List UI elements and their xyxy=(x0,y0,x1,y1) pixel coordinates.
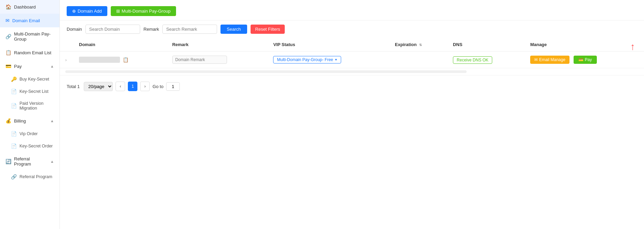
search-label: Search xyxy=(227,27,241,32)
sidebar-item-referral-program[interactable]: 🔗 Referral Program xyxy=(0,171,59,183)
link-icon: 🔗 xyxy=(11,174,17,180)
remark-input[interactable] xyxy=(172,56,227,64)
chevron-up-icon: ▲ xyxy=(50,119,54,123)
pagination-bar: Total 1 20/page 10/page 50/page ‹ 1 › Go… xyxy=(60,75,644,97)
sidebar-group-pay-label: Pay xyxy=(14,64,22,69)
link-icon: 🔗 xyxy=(5,34,11,39)
list-icon: 📋 xyxy=(5,50,11,55)
pay-icon: 💳 xyxy=(578,57,583,62)
multi-icon: ⊞ xyxy=(116,9,120,14)
sidebar-item-label: Referral Program xyxy=(19,174,52,179)
sidebar-item-vip-order[interactable]: 📄 Vip Order xyxy=(0,128,59,140)
horizontal-scrollbar[interactable] xyxy=(65,70,467,73)
col-domain: Domain xyxy=(73,38,167,52)
next-page-button[interactable]: › xyxy=(140,82,150,91)
email-manage-button[interactable]: ✉ Email Manage xyxy=(530,56,569,64)
sidebar-item-label: Dashboard xyxy=(14,4,36,10)
chevron-up-icon: ▲ xyxy=(50,159,54,163)
doc-icon: 📄 xyxy=(11,103,17,109)
doc-icon: 📄 xyxy=(11,143,17,149)
sidebar-item-paid-version-migration[interactable]: 📄 Paid Version Migration xyxy=(0,98,59,114)
email-icon: ✉ xyxy=(534,57,538,62)
domain-add-label: Domain Add xyxy=(78,9,102,14)
email-icon: ✉ xyxy=(5,18,10,23)
referral-icon: 🔄 xyxy=(5,159,11,164)
main-content: ⊕ Domain Add ⊞ Multi-Domain Pay-Group Do… xyxy=(60,0,644,229)
pay-button[interactable]: 💳 Pay xyxy=(574,56,597,64)
domain-value xyxy=(79,57,120,63)
dropdown-icon: ▼ xyxy=(335,58,338,61)
col-manage: Manage xyxy=(525,38,644,52)
table-container: Domain Remark VIP Status Expiration ⇅ xyxy=(60,38,644,68)
pay-icon: 💳 xyxy=(5,63,11,69)
table-row: › 📋 Multi-Do xyxy=(60,52,644,68)
sidebar-item-buy-key-secret[interactable]: 🔑 Buy Key-Secret xyxy=(0,73,59,85)
cell-vip-status: Multi-Domain Pay-Group- Free ▼ xyxy=(268,52,389,68)
pagination-total: Total 1 xyxy=(67,84,80,89)
col-dns: DNS xyxy=(447,38,525,52)
sidebar-item-label: Key-Secret List xyxy=(19,89,49,94)
cell-dns: Receive DNS OK xyxy=(447,52,525,68)
sidebar-item-domain-email[interactable]: ✉ Domain Email xyxy=(0,14,59,27)
reset-label: Reset Filters xyxy=(255,27,280,32)
expand-icon[interactable]: › xyxy=(65,58,67,62)
cell-domain: 📋 xyxy=(73,52,167,68)
multi-domain-button[interactable]: ⊞ Multi-Domain Pay-Group xyxy=(111,6,176,16)
toolbar: ⊕ Domain Add ⊞ Multi-Domain Pay-Group xyxy=(60,0,644,20)
col-vip-status: VIP Status xyxy=(268,38,389,52)
reset-filters-button[interactable]: Reset Filters xyxy=(251,25,285,34)
sidebar: 🏠 Dashboard ✉ Domain Email 🔗 Multi-Domai… xyxy=(0,0,60,229)
filter-bar: Domain Remark Search Reset Filters xyxy=(60,20,644,38)
sidebar-item-label: Vip Order xyxy=(19,131,38,136)
page-size-select[interactable]: 20/page 10/page 50/page xyxy=(84,82,113,91)
copy-icon[interactable]: 📋 xyxy=(123,57,129,62)
sidebar-item-multi-domain-pay-group[interactable]: 🔗 Multi-Domain Pay-Group xyxy=(0,27,59,46)
sidebar-item-key-secret-order[interactable]: 📄 Key-Secret Order xyxy=(0,140,59,152)
prev-page-button[interactable]: ‹ xyxy=(116,82,125,91)
sidebar-item-label: Domain Email xyxy=(12,18,40,23)
sidebar-group-referral-label: Referral Program xyxy=(14,156,48,167)
sidebar-group-billing-label: Billing xyxy=(14,118,26,124)
cell-remark xyxy=(167,52,268,68)
page-1-button[interactable]: 1 xyxy=(128,82,137,91)
domain-add-button[interactable]: ⊕ Domain Add xyxy=(67,6,107,16)
sidebar-group-pay[interactable]: 💳 Pay ▲ xyxy=(0,59,59,73)
sort-icon: ⇅ xyxy=(419,43,422,47)
sidebar-item-key-secret-list[interactable]: 📄 Key-Secret List xyxy=(0,85,59,98)
chevron-up-icon: ▲ xyxy=(50,64,54,68)
col-expiration: Expiration ⇅ xyxy=(389,38,447,52)
sidebar-item-dashboard[interactable]: 🏠 Dashboard xyxy=(0,0,59,14)
cell-manage: ✉ Email Manage 💳 Pay ↑ xyxy=(525,52,644,68)
col-expand xyxy=(60,38,73,52)
plus-icon: ⊕ xyxy=(72,9,76,14)
home-icon: 🏠 xyxy=(5,4,11,10)
billing-icon: 💰 xyxy=(5,118,11,124)
content-area: Domain Remark VIP Status Expiration ⇅ xyxy=(60,38,644,229)
sidebar-item-label: Multi-Domain Pay-Group xyxy=(14,31,54,42)
search-button[interactable]: Search xyxy=(220,25,247,34)
manage-cell: ✉ Email Manage 💳 Pay ↑ xyxy=(530,56,639,64)
sidebar-group-referral[interactable]: 🔄 Referral Program ▲ xyxy=(0,152,59,171)
goto-label: Go to xyxy=(152,84,163,89)
goto-page-input[interactable] xyxy=(166,82,180,91)
doc-icon: 📄 xyxy=(11,131,17,137)
search-remark-input[interactable] xyxy=(162,25,217,34)
sidebar-item-label: Paid Version Migration xyxy=(19,101,54,111)
sidebar-item-random-email-list[interactable]: 📋 Random Email List xyxy=(0,46,59,59)
sidebar-item-label: Buy Key-Secret xyxy=(19,77,49,82)
multi-domain-label: Multi-Domain Pay-Group xyxy=(122,9,171,14)
dns-status-badge: Receive DNS OK xyxy=(453,56,492,64)
domain-filter-label: Domain xyxy=(67,27,82,32)
red-arrow-indicator: ↑ xyxy=(630,42,635,52)
sidebar-group-billing[interactable]: 💰 Billing ▲ xyxy=(0,114,59,128)
cell-expiration xyxy=(389,52,447,68)
doc-icon: 📄 xyxy=(11,89,17,94)
sidebar-item-label: Random Email List xyxy=(14,50,51,55)
col-remark: Remark xyxy=(167,38,268,52)
key-icon: 🔑 xyxy=(11,76,17,82)
vip-status-badge: Multi-Domain Pay-Group- Free ▼ xyxy=(273,56,341,63)
cell-expand: › xyxy=(60,52,73,68)
remark-filter-label: Remark xyxy=(144,27,159,32)
search-domain-input[interactable] xyxy=(85,25,140,34)
sidebar-item-label: Key-Secret Order xyxy=(19,144,53,148)
